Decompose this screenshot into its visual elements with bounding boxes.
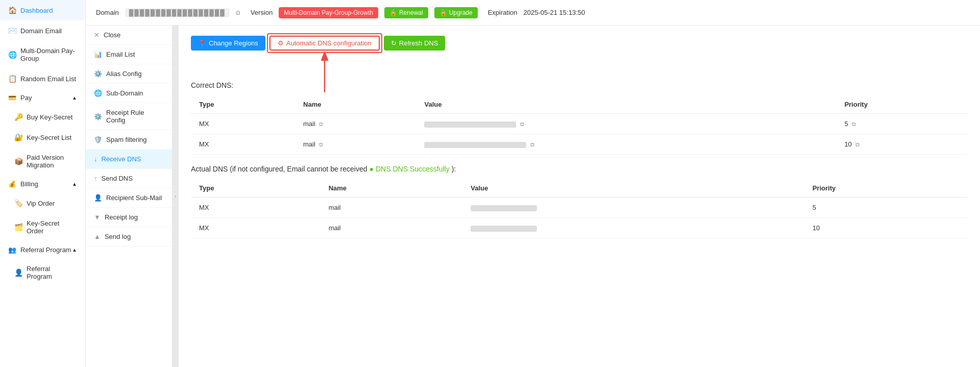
name-cell: mail ⧉ [295,114,416,134]
sidebar-label-pay: Pay [20,94,32,102]
sidebar-item-paid-version-migration[interactable]: 📦 Paid Version Migration [0,148,85,175]
sidebar-label-domain-email: Domain Email [20,27,62,35]
sub-item-sub-domain[interactable]: 🌐 Sub-Domain [86,84,172,103]
copy-domain-icon[interactable]: ⧉ [236,9,240,16]
alias-icon: ⚙️ [94,70,102,78]
sidebar-section-referral[interactable]: 👥 Referral Program ▲ [0,241,85,259]
sidebar-item-key-secret-list[interactable]: 🔐 Key-Secret List [0,127,85,148]
value-cell: ⧉ [416,134,836,155]
referral-group-icon: 👥 [8,246,16,254]
globe-icon: 🌐 [8,51,16,59]
expiration-label: Expiration [488,9,518,16]
dns-success-text: DNS DNS Successfully [376,165,450,173]
sub-item-email-list[interactable]: 📊 Email List [86,45,172,64]
name-cell: mail [321,198,463,218]
sidebar-item-domain-email[interactable]: ✉️ Domain Email [0,20,85,41]
sidebar-label-key-secret-list: Key-Secret List [27,134,71,141]
sub-label-receive-dns: Receive DNS [102,155,141,163]
sub-item-alias-config[interactable]: ⚙️ Alias Config [86,64,172,84]
subdomain-icon: 🌐 [94,89,102,97]
change-regions-button[interactable]: 📍 Change Regions [191,36,265,51]
sub-item-receipt-rule-config[interactable]: ⚙️ Receipt Rule Config [86,103,172,130]
priority-cell: 10 [804,218,968,238]
sub-sidebar-toggle[interactable]: ‹ [173,26,179,367]
col-name-actual: Name [321,179,463,198]
sidebar-label-dashboard: Dashboard [20,7,53,14]
sub-item-recipient-sub-mail[interactable]: 👤 Recipient Sub-Mail [86,188,172,208]
name-cell: mail ⧉ [295,134,416,155]
type-cell: MX [191,198,321,218]
content-area: ✕ Close 📊 Email List ⚙️ Alias Config 🌐 S… [86,26,980,367]
copy-value-icon-2[interactable]: ⧉ [530,141,534,148]
chart-icon: 📊 [94,51,102,58]
down-arrow-icon: ↓ [94,155,97,163]
close-icon: ✕ [94,31,100,39]
col-priority-correct: Priority [836,95,968,114]
value-redacted-actual-2 [471,226,537,232]
sidebar-item-dashboard[interactable]: 🏠 Dashboard [0,0,85,20]
version-label: Version [251,9,273,16]
correct-dns-title: Correct DNS: [191,81,968,89]
name-cell: mail [321,218,463,238]
table-row: MX mail ⧉ ⧉ 5 ⧉ [191,114,968,134]
upgrade-label: Upgrade [449,9,473,16]
sidebar-label-buy-key-secret: Buy Key-Secret [27,113,72,121]
sub-label-receipt-log: Receipt log [105,213,138,221]
copy-priority-icon-2[interactable]: ⧉ [855,141,860,148]
settings-icon: ⚙ [278,39,284,47]
receipt-rule-icon: ⚙️ [94,113,102,120]
auto-dns-button[interactable]: ⚙ Automatic DNS configuration [270,36,380,51]
page-content: 📍 Change Regions ⚙ Automatic DNS configu… [179,26,980,367]
copy-value-icon[interactable]: ⧉ [520,121,524,127]
action-row: 📍 Change Regions ⚙ Automatic DNS configu… [191,36,968,51]
value-redacted-2 [424,142,526,148]
sidebar-item-referral-program[interactable]: 👤 Referral Program [0,259,85,286]
sub-item-spam-filtering[interactable]: 🛡️ Spam filtering [86,130,172,150]
type-cell: MX [191,114,295,134]
main-area: Domain ██████████████████ ⧉ Version Mult… [86,0,980,367]
sub-sidebar-container: ✕ Close 📊 Email List ⚙️ Alias Config 🌐 S… [86,26,179,367]
upgrade-badge[interactable]: 🔒 Upgrade [434,7,478,18]
sub-item-send-log[interactable]: ▲ Send log [86,227,172,247]
sub-item-receive-dns[interactable]: ↓ Receive DNS [86,150,172,169]
send-log-icon: ▲ [94,233,101,240]
refresh-dns-button[interactable]: ↻ Refresh DNS [384,36,446,51]
sidebar-item-random-email[interactable]: 📋 Random Email List [0,68,85,89]
sidebar-item-key-secret-order[interactable]: 🗂️ Key-Secret Order [0,213,85,241]
sidebar-label-paid-version-migration: Paid Version Migration [27,154,77,169]
sidebar-item-buy-key-secret[interactable]: 🔑 Buy Key-Secret [0,107,85,127]
sidebar-section-billing[interactable]: 💰 Billing ▲ [0,175,85,193]
refresh-dns-label: Refresh DNS [399,39,438,47]
sidebar-item-multi-domain[interactable]: 🌐 Multi-Domain Pay-Group [0,41,85,68]
sub-item-close[interactable]: ✕ Close [86,26,172,45]
sidebar-section-pay[interactable]: 💳 Pay ▲ [0,89,85,107]
col-name-correct: Name [295,95,416,114]
domain-label: Domain [96,9,119,16]
auto-dns-wrapper: ⚙ Automatic DNS configuration [270,36,380,51]
key-icon: 🔑 [14,113,22,121]
mail-icon: ✉️ [8,27,16,35]
actual-dns-title: Actual DNS (if not configured, Email can… [191,165,968,173]
copy-priority-icon[interactable]: ⧉ [852,121,856,127]
value-cell [462,218,804,238]
correct-dns-table: Type Name Value Priority MX mail ⧉ [191,95,968,155]
value-cell [462,198,804,218]
sub-item-send-dns[interactable]: ↑ Send DNS [86,169,172,188]
value-redacted [424,121,516,128]
sub-label-close: Close [104,31,120,39]
renewal-badge[interactable]: 🔒 Renewal [384,7,428,18]
auto-dns-label: Automatic DNS configuration [286,39,372,47]
copy-icon-2[interactable]: ⧉ [319,141,323,148]
sub-label-send-dns: Send DNS [102,175,133,182]
expiration-value: 2025-05-21 15:13:50 [523,9,585,16]
header-bar: Domain ██████████████████ ⧉ Version Mult… [86,0,980,26]
renewal-label: Renewal [399,9,423,16]
pay-icon: 💳 [8,94,16,102]
chevron-up-icon-referral: ▲ [72,247,77,253]
priority-cell: 5 ⧉ [836,114,968,134]
package-icon: 📦 [14,157,22,165]
billing-icon: 💰 [8,180,16,188]
copy-icon[interactable]: ⧉ [319,121,323,127]
sub-item-receipt-log[interactable]: ▼ Receipt log [86,208,172,227]
sidebar-item-vip-order[interactable]: 🏷️ Vip Order [0,193,85,213]
